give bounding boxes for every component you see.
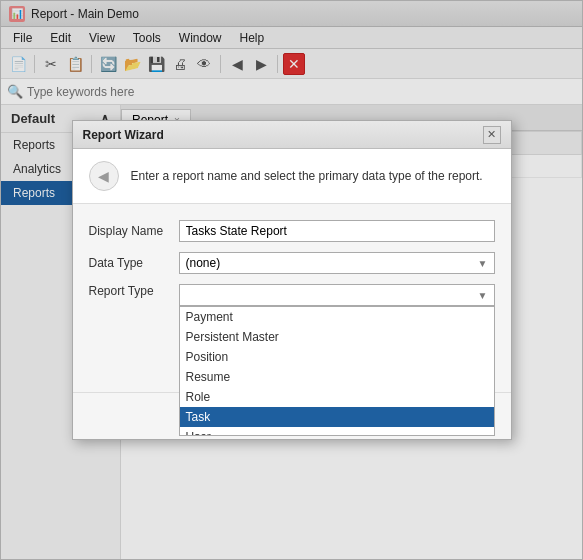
option-persistent-master[interactable]: Persistent Master — [180, 327, 494, 347]
app-window: 📊 Report - Main Demo File Edit View Tool… — [0, 0, 583, 560]
option-payment[interactable]: Payment — [180, 307, 494, 327]
back-icon: ◀ — [98, 168, 109, 184]
dropdown-arrow-icon: ▼ — [478, 258, 488, 269]
report-type-dropdown-list[interactable]: Payment Persistent Master Position Resum… — [179, 306, 495, 436]
display-name-label: Display Name — [89, 224, 179, 238]
nav-instruction: Enter a report name and select the prima… — [131, 169, 495, 183]
data-type-dropdown[interactable]: (none) ▼ — [179, 252, 495, 274]
report-type-dropdown[interactable]: ▼ Payment Persistent Master Position Res… — [179, 284, 495, 306]
option-role[interactable]: Role — [180, 387, 494, 407]
data-type-label: Data Type — [89, 256, 179, 270]
option-task[interactable]: Task — [180, 407, 494, 427]
dialog-nav: ◀ Enter a report name and select the pri… — [73, 149, 511, 204]
report-type-selected[interactable]: ▼ — [179, 284, 495, 306]
dialog-close-button[interactable]: ✕ — [483, 126, 501, 144]
modal-overlay: Report Wizard ✕ ◀ Enter a report name an… — [1, 1, 582, 559]
data-type-row: Data Type (none) ▼ — [89, 252, 495, 274]
back-button[interactable]: ◀ — [89, 161, 119, 191]
dialog-title: Report Wizard — [83, 128, 164, 142]
dialog-title-bar: Report Wizard ✕ — [73, 121, 511, 149]
option-position[interactable]: Position — [180, 347, 494, 367]
report-type-label: Report Type — [89, 284, 179, 298]
display-name-row: Display Name — [89, 220, 495, 242]
report-wizard-dialog: Report Wizard ✕ ◀ Enter a report name an… — [72, 120, 512, 440]
display-name-input[interactable] — [179, 220, 495, 242]
report-type-arrow-icon: ▼ — [478, 290, 488, 301]
data-type-value: (none) — [186, 256, 221, 270]
option-user[interactable]: User — [180, 427, 494, 436]
dialog-body: Display Name Data Type (none) ▼ Repor — [73, 204, 511, 392]
data-type-selected[interactable]: (none) ▼ — [179, 252, 495, 274]
option-resume[interactable]: Resume — [180, 367, 494, 387]
report-type-row: Report Type ▼ Payment Persistent Master … — [89, 284, 495, 306]
